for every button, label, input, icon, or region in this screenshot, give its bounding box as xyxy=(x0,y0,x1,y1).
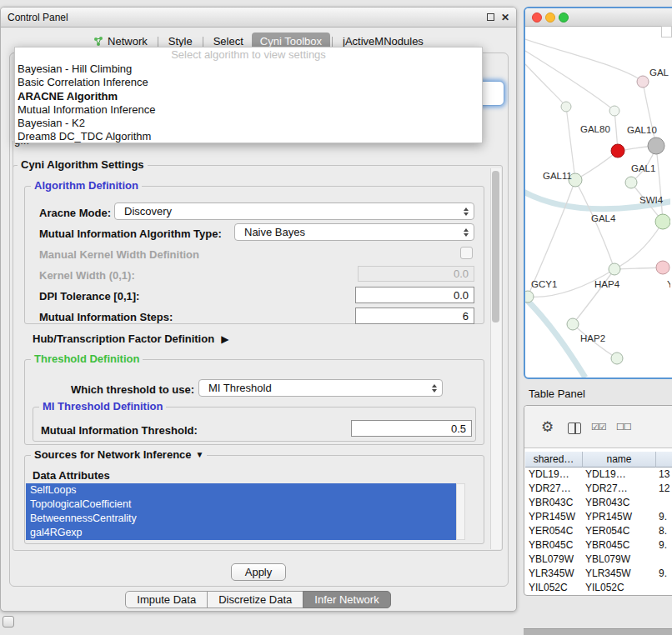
mi-threshold-group-title: MI Threshold Definition xyxy=(39,401,166,412)
node-label: HAP2 xyxy=(580,333,605,343)
dropdown-option[interactable]: Dream8 DC_TDC Algorithm xyxy=(15,130,482,143)
network-node[interactable] xyxy=(611,352,623,364)
column-header-shared-name[interactable]: shared… xyxy=(525,452,583,468)
zoom-traffic-light[interactable] xyxy=(559,12,569,22)
kernel-width-field[interactable]: 0.0 xyxy=(358,266,474,282)
which-threshold-value: MI Threshold xyxy=(208,382,272,394)
hub-tf-label: Hub/Transcription Factor Definition xyxy=(33,332,214,345)
bottom-tabbar: Impute Data Discretize Data Infer Networ… xyxy=(1,591,516,608)
tab-discretize-data[interactable]: Discretize Data xyxy=(207,591,303,608)
collapsed-panel-icon[interactable] xyxy=(3,616,14,628)
dropdown-option-selected[interactable]: ARACNE Algorithm xyxy=(15,90,482,103)
cell: YDL19… xyxy=(529,468,582,482)
chevron-down-icon: ▼ xyxy=(196,449,204,461)
list-item[interactable]: TopologicalCoefficient xyxy=(26,498,456,512)
list-item[interactable]: BetweennessCentrality xyxy=(26,512,456,526)
cell: 8. xyxy=(659,524,672,538)
dropdown-option[interactable]: Bayesian - K2 xyxy=(15,117,482,130)
tab-separator xyxy=(332,37,333,48)
network-node[interactable] xyxy=(656,261,669,274)
cell: YER054C xyxy=(585,524,655,538)
list-item[interactable]: gal4RGexp xyxy=(26,526,456,540)
hub-tf-expander[interactable]: Hub/Transcription Factor Definition ▶ xyxy=(33,332,228,345)
sources-title: Sources for Network Inference xyxy=(34,449,192,461)
control-panel-titlebar[interactable]: Control Panel ✕ xyxy=(1,8,516,28)
close-icon[interactable]: ✕ xyxy=(501,12,509,23)
table-row[interactable]: YLR345W YLR345W 9. xyxy=(525,567,672,581)
mi-type-select[interactable]: Naive Bayes xyxy=(234,223,474,241)
data-attributes-label: Data Attributes xyxy=(33,469,110,482)
network-node-selected[interactable] xyxy=(611,144,624,158)
table-row[interactable]: YER054C YER054C 8. xyxy=(525,524,672,538)
float-panel-icon[interactable] xyxy=(487,13,494,21)
node-label: GAL80 xyxy=(580,124,610,134)
dpi-tolerance-value: 0.0 xyxy=(454,289,469,302)
network-scroll-corner[interactable] xyxy=(661,26,672,38)
cell: 13 xyxy=(659,468,672,482)
node-label: GAL1 xyxy=(631,163,655,173)
cell: 12 xyxy=(659,482,672,496)
table-row[interactable]: YIL052C YIL052C xyxy=(525,581,672,595)
dpi-tolerance-field[interactable]: 0.0 xyxy=(355,287,474,303)
algorithm-dropdown-popup: Select algorithm to view settings Bayesi… xyxy=(14,47,483,143)
network-node[interactable] xyxy=(625,177,637,188)
table-row[interactable]: YBR045C YBR045C 9. xyxy=(525,538,672,552)
tab-separator xyxy=(203,37,203,48)
attributes-scrollbar-track[interactable] xyxy=(456,483,465,540)
aracne-mode-label: Aracne Mode: xyxy=(39,207,111,219)
table-row[interactable]: YPR145W YPR145W 9. xyxy=(525,510,672,524)
minimize-traffic-light[interactable] xyxy=(545,12,555,22)
which-threshold-select[interactable]: MI Threshold xyxy=(198,379,443,397)
network-node[interactable] xyxy=(609,263,620,275)
dropdown-option[interactable]: Bayesian - Hill Climbing xyxy=(15,62,482,76)
network-node[interactable] xyxy=(567,318,579,330)
tab-impute-data[interactable]: Impute Data xyxy=(125,591,208,608)
column-header-partial[interactable] xyxy=(656,452,672,468)
table-row[interactable]: YBR043C YBR043C xyxy=(525,496,672,510)
table-row[interactable]: YBL079W YBL079W xyxy=(525,552,672,567)
table-row[interactable]: YDR27… YDR27… 12 xyxy=(525,482,672,496)
network-node[interactable] xyxy=(525,291,534,302)
table-toolbar: ⚙ ☑☑ ☐☐ xyxy=(524,406,672,448)
node-label: SWI4 xyxy=(639,195,664,205)
kernel-width-value: 0.0 xyxy=(454,268,469,280)
mi-steps-value: 6 xyxy=(463,310,469,322)
select-all-checks-icon[interactable]: ☑☑ xyxy=(591,422,606,432)
dropdown-option[interactable]: Basic Correlation Inference xyxy=(15,76,482,89)
column-header-name[interactable]: name xyxy=(583,452,656,468)
settings-scrollbar-thumb[interactable] xyxy=(492,171,499,322)
threshold-definition-title: Threshold Definition xyxy=(31,353,143,365)
cell: YBL079W xyxy=(585,552,655,567)
cell: YPR145W xyxy=(529,510,582,524)
network-node-hub[interactable] xyxy=(648,138,664,154)
network-node[interactable] xyxy=(609,106,619,116)
network-node[interactable] xyxy=(655,214,670,229)
cell: YIL052C xyxy=(529,581,582,595)
updown-arrows-icon xyxy=(464,228,469,237)
cell: YLR345W xyxy=(529,567,582,581)
apply-button[interactable]: Apply xyxy=(231,563,287,581)
sources-expander[interactable]: Sources for Network Inference ▼ xyxy=(31,449,207,461)
mi-threshold-field[interactable]: 0.5 xyxy=(351,420,472,437)
mi-steps-field[interactable]: 6 xyxy=(355,308,474,324)
network-node[interactable] xyxy=(561,102,571,112)
tab-infer-network[interactable]: Infer Network xyxy=(303,591,390,608)
mi-type-value: Naive Bayes xyxy=(244,226,305,238)
node-label: GAL xyxy=(649,68,669,78)
dropdown-option[interactable]: Mutual Information Inference xyxy=(15,103,482,117)
aracne-mode-select[interactable]: Discovery xyxy=(114,202,474,220)
network-window-titlebar[interactable] xyxy=(525,8,672,27)
mi-steps-label: Mutual Information Steps: xyxy=(39,311,173,323)
network-graph[interactable]: GAL GAL80 GAL10 GAL11 GAL1 SWI4 GAL4 GCY… xyxy=(525,26,670,378)
dropdown-placeholder: Select algorithm to view settings xyxy=(15,48,482,62)
network-node[interactable] xyxy=(637,76,649,88)
list-item[interactable]: SelfLoops xyxy=(26,483,456,498)
deselect-all-checks-icon[interactable]: ☐☐ xyxy=(616,422,631,432)
manual-kernel-checkbox[interactable] xyxy=(460,247,473,259)
table-row[interactable]: YDL19… YDL19… 13 xyxy=(525,468,672,482)
gear-icon[interactable]: ⚙ xyxy=(541,420,554,434)
apply-row: Apply xyxy=(1,563,516,581)
columns-icon[interactable] xyxy=(568,422,581,434)
close-traffic-light[interactable] xyxy=(532,12,542,22)
chevron-right-icon: ▶ xyxy=(221,333,228,345)
